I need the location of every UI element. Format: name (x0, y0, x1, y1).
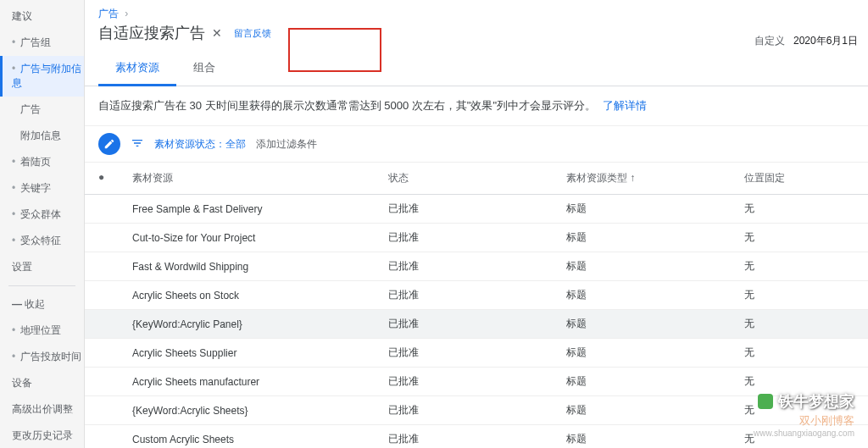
cell-status: 已批准 (388, 346, 566, 360)
add-filter[interactable]: 添加过滤条件 (256, 137, 317, 152)
sidebar-item[interactable]: 着陆页 (0, 149, 84, 175)
cell-status: 已批准 (388, 288, 566, 302)
cell-asset: Fast & Wordwild Shipping (132, 261, 388, 273)
tab[interactable]: 组合 (176, 52, 232, 84)
page-title: 自适应搜索广告 (98, 23, 205, 43)
table-row[interactable]: Free Sample & Fast Delivery已批准标题无 (85, 195, 868, 224)
cell-type: 标题 (566, 288, 744, 302)
cell-type: 标题 (566, 259, 744, 274)
cell-asset: Custom Acrylic Sheets (132, 434, 388, 445)
cell-pinned: 无 (744, 374, 854, 389)
tab[interactable]: 素材资源 (98, 52, 176, 86)
cell-status: 已批准 (388, 259, 566, 274)
cell-asset: Acrylic Sheets on Stock (132, 290, 388, 301)
cell-asset: Acrylic Sheets Supplier (132, 347, 388, 359)
custom-label: 自定义 (754, 34, 785, 48)
date-range[interactable]: 自定义 2020年6月1日 (754, 34, 858, 48)
cell-status: 已批准 (388, 202, 566, 216)
status-filter[interactable]: 素材资源状态：全部 (154, 137, 246, 152)
cell-type: 标题 (566, 432, 744, 446)
table-row[interactable]: Acrylic Sheets Supplier已批准标题无 (85, 339, 868, 368)
sidebar-item[interactable]: 广告 (0, 97, 84, 123)
table-header: ● 素材资源 状态 素材资源类型 位置固定 (85, 163, 868, 195)
cell-pinned: 无 (744, 317, 854, 331)
date-value: 2020年6月1日 (793, 34, 858, 48)
col-type[interactable]: 素材资源类型 (566, 171, 744, 185)
cell-status: 已批准 (388, 432, 566, 446)
sidebar-item[interactable]: 高级出价调整 (0, 396, 84, 423)
cell-asset: Cut-to-Size for Your Project (132, 232, 388, 244)
table-row[interactable]: Acrylic Sheets on Stock已批准标题无 (85, 281, 868, 310)
col-status[interactable]: 状态 (388, 171, 566, 185)
cell-type: 标题 (566, 317, 744, 331)
breadcrumb-root[interactable]: 广告 (98, 8, 119, 19)
tabs: 素材资源组合 (85, 52, 868, 86)
cell-status: 已批准 (388, 230, 566, 245)
notice-text: 自适应搜索广告在 30 天时间里获得的展示次数通常需达到 5000 次左右，其"… (98, 99, 596, 112)
sidebar-item[interactable]: 受众特征 (0, 228, 84, 254)
assets-table: ● 素材资源 状态 素材资源类型 位置固定 Free Sample & Fast… (85, 163, 868, 448)
cell-type: 标题 (566, 374, 744, 389)
main-content: 广告 › 自适应搜索广告 ✕ 留言反馈 自定义 2020年6月1日 素材资源组合… (85, 0, 868, 448)
breadcrumb: 广告 › (85, 0, 868, 23)
table-row[interactable]: Fast & Wordwild Shipping已批准标题无 (85, 252, 868, 281)
cell-pinned: 无 (744, 230, 854, 245)
cell-asset: Free Sample & Fast Delivery (132, 203, 388, 215)
cell-type: 标题 (566, 346, 744, 360)
cell-type: 标题 (566, 403, 744, 418)
table-row[interactable]: Custom Acrylic Sheets已批准标题无 (85, 425, 868, 448)
sidebar-item[interactable]: 广告投放时间 (0, 344, 84, 370)
sidebar: 建议广告组广告与附加信息广告附加信息着陆页关键字受众群体受众特征设置收起地理位置… (0, 0, 85, 448)
sidebar-item[interactable]: 收起 (0, 291, 84, 318)
learn-more-link[interactable]: 了解详情 (603, 99, 647, 112)
sidebar-item[interactable]: 关键字 (0, 175, 84, 202)
cell-pinned: 无 (744, 432, 854, 446)
cell-asset: {KeyWord:Acrylic Sheets} (132, 405, 388, 417)
cell-status: 已批准 (388, 374, 566, 389)
cell-status: 已批准 (388, 317, 566, 331)
sidebar-item[interactable]: 广告组 (0, 30, 84, 56)
cell-pinned: 无 (744, 403, 854, 418)
sidebar-item[interactable]: 设备 (0, 370, 84, 396)
table-row[interactable]: {KeyWord:Acrylic Panel}已批准标题无 (85, 310, 868, 339)
cell-pinned: 无 (744, 346, 854, 360)
table-row[interactable]: Cut-to-Size for Your Project已批准标题无 (85, 224, 868, 252)
col-status-dot[interactable]: ● (98, 171, 132, 185)
cell-pinned: 无 (744, 202, 854, 216)
cell-type: 标题 (566, 230, 744, 245)
sidebar-item[interactable]: 设置 (0, 254, 84, 280)
cell-pinned: 无 (744, 288, 854, 302)
table-row[interactable]: {KeyWord:Acrylic Sheets}已批准标题无 (85, 396, 868, 425)
col-pinned[interactable]: 位置固定 (744, 171, 854, 185)
pencil-icon (103, 138, 115, 150)
feedback-link[interactable]: 留言反馈 (234, 27, 271, 40)
sidebar-item[interactable]: 地理位置 (0, 318, 84, 344)
cell-type: 标题 (566, 202, 744, 216)
sidebar-item[interactable]: 广告与附加信息 (0, 56, 84, 97)
add-button[interactable] (98, 133, 120, 155)
cell-asset: Acrylic Sheets manufacturer (132, 376, 388, 388)
sidebar-item[interactable]: 建议 (0, 3, 84, 30)
cell-status: 已批准 (388, 403, 566, 418)
table-row[interactable]: Acrylic Sheets manufacturer已批准标题无 (85, 368, 868, 396)
toolbar: 素材资源状态：全部 添加过滤条件 (85, 126, 868, 163)
sidebar-item[interactable]: 受众群体 (0, 202, 84, 228)
sidebar-item[interactable]: 更改历史记录 (0, 423, 84, 448)
col-asset[interactable]: 素材资源 (132, 171, 388, 185)
info-notice: 自适应搜索广告在 30 天时间里获得的展示次数通常需达到 5000 次左右，其"… (85, 86, 868, 126)
cell-pinned: 无 (744, 259, 854, 274)
close-icon[interactable]: ✕ (212, 26, 222, 40)
filter-icon[interactable] (131, 136, 144, 152)
breadcrumb-sep: › (125, 8, 128, 19)
cell-asset: {KeyWord:Acrylic Panel} (132, 318, 388, 330)
sidebar-item[interactable]: 附加信息 (0, 123, 84, 149)
